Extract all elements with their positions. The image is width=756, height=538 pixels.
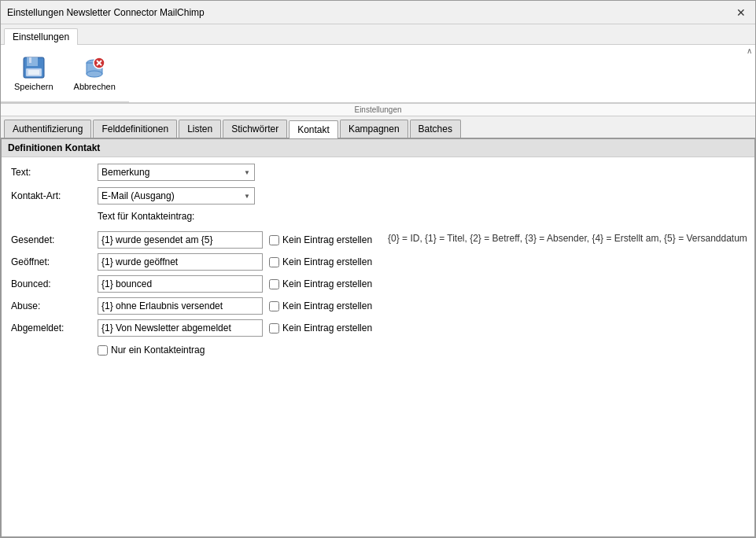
- kontakt-inputs-col: Gesendet: Kein Eintrag erstellen Geöffne…: [11, 231, 372, 341]
- section-header: Definitionen Kontakt: [2, 139, 754, 157]
- cancel-svg: [82, 55, 107, 80]
- tab-authentifizierung[interactable]: Authentifizierung: [4, 120, 91, 138]
- svg-rect-1: [27, 57, 38, 66]
- kontakt-rows-container: Gesendet: Kein Eintrag erstellen Geöffne…: [11, 231, 745, 341]
- geoeffnet-row: Geöffnet: Kein Eintrag erstellen: [11, 253, 372, 271]
- speichern-label: Speichern: [14, 82, 53, 91]
- abgemeldet-checkbox-label[interactable]: Kein Eintrag erstellen: [269, 322, 372, 333]
- abgemeldet-label: Abgemeldet:: [11, 322, 98, 333]
- form-area: Text: Bemerkung Kontakt-Art: E-Mail (Aus…: [2, 157, 754, 362]
- geoeffnet-label: Geöffnet:: [11, 256, 98, 267]
- geoeffnet-input[interactable]: [98, 253, 263, 271]
- text-row: Text: Bemerkung: [11, 164, 745, 181]
- save-svg: [21, 55, 46, 80]
- text-select[interactable]: Bemerkung: [98, 164, 255, 181]
- text-select-wrapper: Bemerkung: [98, 164, 255, 181]
- bounced-checkbox[interactable]: [269, 279, 279, 289]
- gesendet-input[interactable]: [98, 231, 263, 249]
- kontakt-art-row: Kontakt-Art: E-Mail (Ausgang): [11, 187, 745, 205]
- geoeffnet-checkbox-text: Kein Eintrag erstellen: [282, 256, 372, 267]
- ribbon-collapse-button[interactable]: ∧: [743, 45, 755, 57]
- cancel-icon: [82, 55, 107, 80]
- tab-batches[interactable]: Batches: [410, 120, 461, 138]
- gesendet-checkbox[interactable]: [269, 235, 279, 245]
- abbrechen-label: Abbrechen: [74, 82, 116, 91]
- ribbon-tab-einstellungen[interactable]: Einstellungen: [4, 28, 78, 45]
- close-button[interactable]: ✕: [733, 5, 749, 20]
- ribbon: Einstellungen Speic: [1, 24, 755, 116]
- legend-text: {0} = ID, {1} = Titel, {2} = Betreff, {3…: [388, 233, 747, 244]
- abbrechen-button[interactable]: Abbrechen: [67, 51, 123, 95]
- ribbon-content: Speichern: [1, 45, 129, 102]
- tab-felddefinitionen[interactable]: Felddefinitionen: [93, 120, 177, 138]
- gesendet-row: Gesendet: Kein Eintrag erstellen: [11, 231, 372, 249]
- tab-kampagnen[interactable]: Kampagnen: [340, 120, 408, 138]
- geoeffnet-checkbox-label[interactable]: Kein Eintrag erstellen: [269, 256, 372, 267]
- nur-kontakteintrag-checkbox[interactable]: [98, 345, 108, 356]
- abuse-input[interactable]: [98, 297, 263, 315]
- speichern-button[interactable]: Speichern: [7, 51, 61, 95]
- kontakt-art-label: Kontakt-Art:: [11, 190, 98, 201]
- gesendet-checkbox-label[interactable]: Kein Eintrag erstellen: [269, 234, 372, 245]
- kontakt-art-select[interactable]: E-Mail (Ausgang): [98, 187, 255, 205]
- abgemeldet-checkbox-text: Kein Eintrag erstellen: [282, 322, 372, 333]
- main-window: Einstellungen Newsletter Connector MailC…: [0, 0, 756, 538]
- abgemeldet-checkbox[interactable]: [269, 323, 279, 333]
- svg-point-7: [87, 71, 102, 77]
- abuse-checkbox[interactable]: [269, 301, 279, 311]
- title-bar: Einstellungen Newsletter Connector MailC…: [1, 1, 755, 24]
- ribbon-tab-bar: Einstellungen: [1, 24, 755, 45]
- nur-kontakteintrag-row: Nur ein Kontakteintrag: [98, 345, 745, 356]
- bounced-checkbox-text: Kein Eintrag erstellen: [282, 278, 372, 289]
- save-icon: [21, 55, 46, 80]
- tab-kontakt[interactable]: Kontakt: [289, 120, 338, 138]
- window-title: Einstellungen Newsletter Connector MailC…: [7, 7, 205, 18]
- content-panel: Definitionen Kontakt Text: Bemerkung Kon…: [1, 138, 755, 537]
- bounced-row: Bounced: Kein Eintrag erstellen: [11, 275, 372, 293]
- geoeffnet-checkbox[interactable]: [269, 257, 279, 267]
- bounced-label: Bounced:: [11, 278, 98, 289]
- text-fuer-kontakteintrag-row: Text für Kontakteintrag:: [11, 211, 745, 227]
- gesendet-checkbox-text: Kein Eintrag erstellen: [282, 234, 372, 245]
- bounced-input[interactable]: [98, 275, 263, 293]
- bounced-checkbox-label[interactable]: Kein Eintrag erstellen: [269, 278, 372, 289]
- abgemeldet-input[interactable]: [98, 319, 263, 337]
- legend-container: {0} = ID, {1} = Titel, {2} = Betreff, {3…: [388, 233, 747, 244]
- abuse-row: Abuse: Kein Eintrag erstellen: [11, 297, 372, 315]
- nur-kontakteintrag-text: Nur ein Kontakteintrag: [111, 345, 205, 356]
- abgemeldet-row: Abgemeldet: Kein Eintrag erstellen: [11, 319, 372, 337]
- kontakt-art-select-wrapper: E-Mail (Ausgang): [98, 187, 255, 205]
- tab-listen[interactable]: Listen: [179, 120, 221, 138]
- svg-rect-4: [28, 70, 39, 75]
- nav-tabs: Authentifizierung Felddefinitionen Liste…: [1, 116, 755, 138]
- ribbon-section-label: Einstellungen: [1, 103, 755, 116]
- abuse-checkbox-label[interactable]: Kein Eintrag erstellen: [269, 300, 372, 311]
- abuse-checkbox-text: Kein Eintrag erstellen: [282, 300, 372, 311]
- gesendet-label: Gesendet:: [11, 234, 98, 245]
- tab-stichwoerter[interactable]: Stichwörter: [223, 120, 287, 138]
- main-content: Authentifizierung Felddefinitionen Liste…: [1, 116, 755, 537]
- text-fuer-kontakteintrag-label: Text für Kontakteintrag:: [98, 211, 194, 222]
- nur-kontakteintrag-label[interactable]: Nur ein Kontakteintrag: [98, 345, 205, 356]
- svg-rect-2: [29, 57, 31, 63]
- abuse-label: Abuse:: [11, 300, 98, 311]
- text-label: Text:: [11, 167, 98, 178]
